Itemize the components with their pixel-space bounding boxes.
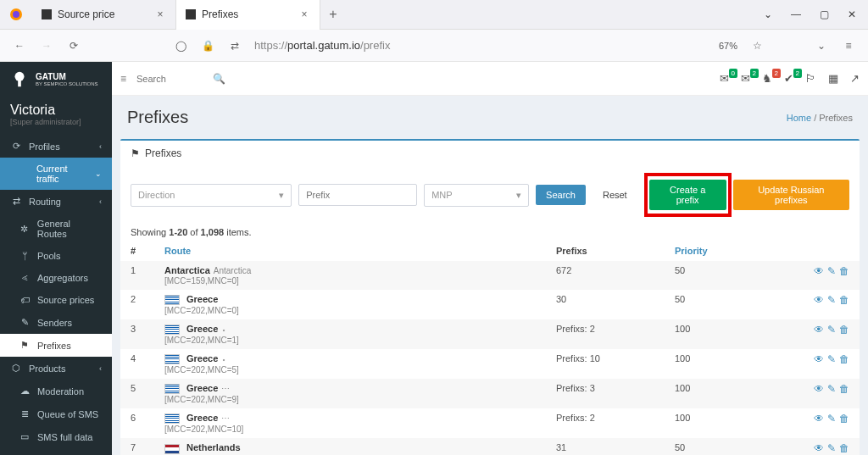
delete-icon[interactable]: 🗑 bbox=[839, 413, 849, 424]
view-icon[interactable]: 👁 bbox=[814, 353, 824, 365]
create-prefix-button[interactable]: Create a prefix bbox=[649, 180, 726, 210]
view-icon[interactable]: 👁 bbox=[814, 442, 824, 454]
sidebar-item-profiles[interactable]: ⟳Profiles‹ bbox=[0, 135, 112, 158]
delete-icon[interactable]: 🗑 bbox=[839, 265, 849, 277]
sidebar-item-prefixes[interactable]: ⚑Prefixes bbox=[0, 334, 112, 357]
zoom-level[interactable]: 67% bbox=[719, 41, 737, 51]
reset-button[interactable]: Reset bbox=[593, 185, 637, 205]
reload-button[interactable]: ⟳ bbox=[66, 40, 81, 52]
sidebar-item-products[interactable]: ⬡Products‹ bbox=[0, 357, 112, 380]
cell-prefixs: Prefixs: 2 bbox=[546, 319, 665, 349]
cell-route: Greece⬩[MCC=202,MNC=1] bbox=[154, 319, 546, 349]
search-input[interactable] bbox=[136, 74, 213, 84]
edit-icon[interactable]: ✎ bbox=[827, 265, 836, 277]
notification-icon[interactable]: ✉0 bbox=[720, 72, 729, 85]
cell-num: 2 bbox=[120, 290, 154, 319]
pocket-icon[interactable]: ⌄ bbox=[814, 40, 829, 52]
delete-icon[interactable]: 🗑 bbox=[839, 442, 849, 454]
edit-icon[interactable]: ✎ bbox=[827, 353, 836, 365]
bookmark-icon[interactable]: ☆ bbox=[749, 40, 765, 52]
notification-icon[interactable]: ♞2 bbox=[762, 72, 772, 85]
col-actions bbox=[758, 241, 860, 261]
flag-icon[interactable]: 🏳 bbox=[805, 72, 816, 85]
minimize-icon[interactable]: — bbox=[791, 8, 801, 20]
sidebar-item-moderation[interactable]: ☁Moderation bbox=[0, 380, 112, 402]
chevron-icon: ⌄ bbox=[95, 169, 102, 178]
svg-rect-2 bbox=[42, 9, 52, 19]
hamburger-icon[interactable]: ≡ bbox=[120, 73, 126, 85]
close-icon[interactable]: × bbox=[153, 8, 167, 21]
view-icon[interactable]: 👁 bbox=[814, 265, 824, 277]
sidebar-item-aggregators[interactable]: ⩹Aggregators bbox=[0, 267, 112, 289]
browser-tab-0[interactable]: Source price × bbox=[32, 0, 176, 30]
search-button[interactable]: Search bbox=[536, 185, 586, 205]
sidebar-item-general-routes[interactable]: ✲General Routes bbox=[0, 213, 112, 245]
table-row: 4Greece⬩[MCC=202,MNC=5]Prefixs: 10100👁✎🗑 bbox=[120, 349, 860, 379]
sidebar: GATUM BY SEMPICO SOLUTIONS Victoria [Sup… bbox=[0, 62, 112, 455]
delete-icon[interactable]: 🗑 bbox=[839, 294, 849, 306]
table-row: 5Greece⋯[MCC=202,MNC=9]Prefixs: 3100👁✎🗑 bbox=[120, 379, 860, 408]
signout-icon[interactable]: ↗ bbox=[850, 72, 860, 85]
menu-icon[interactable]: ≡ bbox=[841, 40, 856, 52]
view-icon[interactable]: 👁 bbox=[814, 383, 824, 395]
search-icon[interactable]: 🔍 bbox=[213, 73, 225, 85]
update-russian-button[interactable]: Update Russian prefixes bbox=[733, 180, 849, 210]
prefix-input[interactable] bbox=[298, 184, 417, 206]
breadcrumb-current: Prefixes bbox=[819, 113, 853, 123]
box-header: ⚑ Prefixes bbox=[120, 141, 860, 166]
lock-icon: 🔒 bbox=[200, 40, 215, 52]
content-box: ⚑ Prefixes Direction▾ MNP▾ Search Reset … bbox=[120, 139, 860, 455]
sidebar-item-incoming-sms[interactable]: ✉Incoming SMS bbox=[0, 448, 112, 455]
global-search[interactable]: 🔍 bbox=[136, 71, 225, 86]
edit-icon[interactable]: ✎ bbox=[827, 413, 836, 424]
nav-icon: ⇄ bbox=[10, 196, 22, 207]
mnp-select[interactable]: MNP▾ bbox=[424, 184, 529, 207]
page-title: Prefixes bbox=[127, 108, 188, 127]
forward-button: → bbox=[39, 40, 54, 52]
chevron-down-icon[interactable]: ⌄ bbox=[764, 8, 772, 20]
maximize-icon[interactable]: ▢ bbox=[820, 8, 829, 20]
breadcrumb-home[interactable]: Home bbox=[787, 113, 811, 123]
permissions-icon[interactable]: ⇄ bbox=[227, 40, 242, 52]
view-icon[interactable]: 👁 bbox=[814, 413, 824, 424]
new-tab-button[interactable]: + bbox=[320, 7, 346, 22]
edit-icon[interactable]: ✎ bbox=[827, 294, 836, 306]
close-icon[interactable]: × bbox=[298, 8, 311, 21]
view-icon[interactable]: 👁 bbox=[814, 324, 824, 336]
sidebar-item-source-prices[interactable]: 🏷Source prices bbox=[0, 289, 112, 311]
filter-row: Direction▾ MNP▾ Search Reset Create a pr… bbox=[120, 166, 860, 224]
table-row: 7Netherlands[MCC=204,MNC=0]3150👁✎🗑 bbox=[120, 438, 860, 455]
edit-icon[interactable]: ✎ bbox=[827, 442, 836, 454]
brand-subtitle: BY SEMPICO SOLUTIONS bbox=[36, 81, 98, 86]
sidebar-item-routing[interactable]: ⇄Routing‹ bbox=[0, 190, 112, 213]
main-content: ≡ 🔍 ✉0✉2♞2✔2🏳▦↗ Prefixes Home / Prefixes… bbox=[112, 62, 868, 455]
url-field[interactable]: https://portal.gatum.io/prefix bbox=[254, 39, 707, 52]
direction-select[interactable]: Direction▾ bbox=[131, 184, 292, 207]
close-window-icon[interactable]: ✕ bbox=[848, 8, 856, 20]
browser-tab-1[interactable]: Prefixes × bbox=[176, 0, 320, 30]
nav-icon: ⩹ bbox=[19, 273, 31, 283]
col-route[interactable]: Route bbox=[154, 241, 546, 261]
notification-icon[interactable]: ✔2 bbox=[784, 72, 793, 85]
sidebar-item-sms-full-data[interactable]: ▭SMS full data bbox=[0, 425, 112, 448]
edit-icon[interactable]: ✎ bbox=[827, 324, 836, 336]
edit-icon[interactable]: ✎ bbox=[827, 383, 836, 395]
sidebar-item-current-traffic[interactable]: Current traffic⌄ bbox=[0, 158, 112, 190]
sidebar-item-senders[interactable]: ✎Senders bbox=[0, 311, 112, 334]
delete-icon[interactable]: 🗑 bbox=[839, 324, 849, 336]
view-icon[interactable]: 👁 bbox=[814, 294, 824, 306]
grid-icon[interactable]: ▦ bbox=[828, 72, 838, 85]
back-button[interactable]: ← bbox=[12, 40, 27, 52]
sidebar-item-pools[interactable]: ᛘPools bbox=[0, 245, 112, 267]
shield-icon[interactable]: ◯ bbox=[173, 40, 188, 52]
cell-priority: 100 bbox=[665, 379, 758, 408]
delete-icon[interactable]: 🗑 bbox=[839, 383, 849, 395]
sidebar-item-queue-of-sms[interactable]: ≣Queue of SMS bbox=[0, 402, 112, 425]
delete-icon[interactable]: 🗑 bbox=[839, 353, 849, 365]
country-flag-icon bbox=[164, 444, 180, 454]
notification-icon[interactable]: ✉2 bbox=[741, 72, 750, 85]
highlight-annotation: Create a prefix bbox=[644, 173, 732, 217]
col-priority[interactable]: Priority bbox=[665, 241, 758, 261]
nav-icon: ✲ bbox=[19, 224, 31, 235]
sidebar-item-label: Source prices bbox=[37, 295, 94, 305]
